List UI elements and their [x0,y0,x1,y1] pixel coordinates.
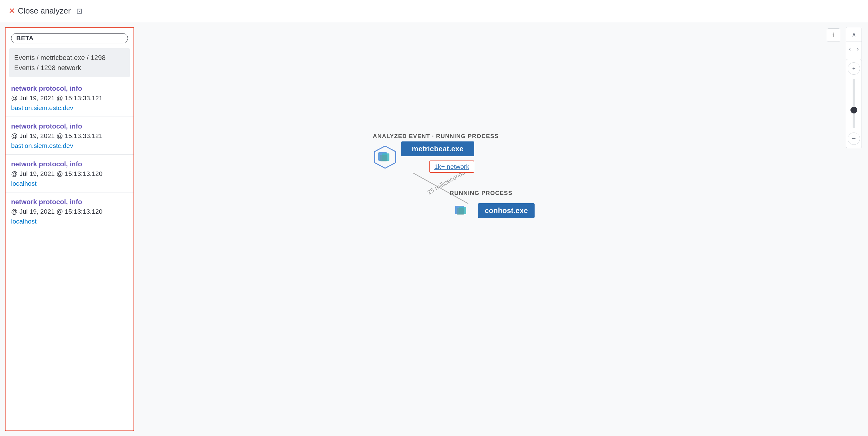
event-timestamp-3: @ Jul 19, 2021 @ 15:13:13.120 [11,208,128,215]
event-item-1: network protocol, info @ Jul 19, 2021 @ … [5,117,133,155]
zoom-slider-thumb[interactable] [850,107,857,114]
nav-right-button[interactable]: › [854,41,862,56]
zoom-slider-area: + − [846,59,862,148]
zoom-minus-icon: − [852,135,856,143]
beta-badge: BETA [11,33,128,43]
event-title-2: network protocol, info [11,160,128,168]
nav-left-icon: ‹ [849,45,851,52]
event-item-2: network protocol, info @ Jul 19, 2021 @ … [5,155,133,192]
graph-area: 25 milliseconds ANALYZED EVENT · RUNNING… [139,22,868,436]
event-title-3: network protocol, info [11,198,128,206]
event-title-0: network protocol, info [11,85,128,93]
conhost-node-group: RUNNING PROCESS conhost.exe [450,190,534,223]
info-icon: ℹ [832,31,835,39]
zoom-slider-track[interactable] [852,79,855,128]
conhost-name-button[interactable]: conhost.exe [478,203,534,218]
info-icon-button[interactable]: ℹ [827,28,840,42]
svg-rect-7 [457,208,464,215]
nav-up-button[interactable]: ∧ [846,27,862,41]
left-panel: BETA Events / metricbeat.exe / 1298 Even… [5,27,134,431]
event-item-3: network protocol, info @ Jul 19, 2021 @ … [5,192,133,230]
breadcrumb-bar: Events / metricbeat.exe / 1298 Events / … [9,48,130,77]
event-link-0[interactable]: bastion.siem.estc.dev [11,104,73,111]
svg-rect-4 [380,155,387,161]
close-x-icon: ✕ [9,6,16,16]
popout-icon[interactable]: ⊡ [76,7,83,15]
event-link-3[interactable]: localhost [11,218,37,225]
metricbeat-node-body: metricbeat.exe 1k+ network [373,142,474,173]
nav-right-icon: › [857,45,859,52]
metricbeat-type-label: ANALYZED EVENT · RUNNING PROCESS [373,133,499,139]
top-bar: ✕ Close analyzer ⊡ [0,0,868,22]
metricbeat-hex-icon [373,145,397,169]
event-link-2[interactable]: localhost [11,180,37,187]
conhost-node-body: conhost.exe [450,198,534,223]
close-analyzer-button[interactable]: ✕ Close analyzer [9,6,71,16]
conhost-type-label: RUNNING PROCESS [450,190,513,196]
zoom-plus-button[interactable]: + [848,62,860,75]
event-timestamp-2: @ Jul 19, 2021 @ 15:13:13.120 [11,170,128,178]
zoom-plus-icon: + [852,65,856,72]
event-timestamp-0: @ Jul 19, 2021 @ 15:13:33.121 [11,94,128,102]
event-item-0: network protocol, info @ Jul 19, 2021 @ … [5,79,133,117]
event-timestamp-1: @ Jul 19, 2021 @ 15:13:33.121 [11,132,128,139]
metricbeat-node-group: ANALYZED EVENT · RUNNING PROCESS metricb… [373,133,499,173]
metricbeat-name-button[interactable]: metricbeat.exe [401,142,474,156]
graph-svg [139,22,868,436]
nav-left-button[interactable]: ‹ [846,41,854,56]
conhost-hex-icon [450,198,474,223]
event-link-1[interactable]: bastion.siem.estc.dev [11,142,73,149]
nav-up-icon: ∧ [852,31,856,38]
close-analyzer-label: Close analyzer [18,6,71,16]
event-title-1: network protocol, info [11,122,128,130]
network-badge[interactable]: 1k+ network [429,160,474,173]
zoom-minus-button[interactable]: − [848,132,860,145]
main-content: BETA Events / metricbeat.exe / 1298 Even… [0,22,868,436]
